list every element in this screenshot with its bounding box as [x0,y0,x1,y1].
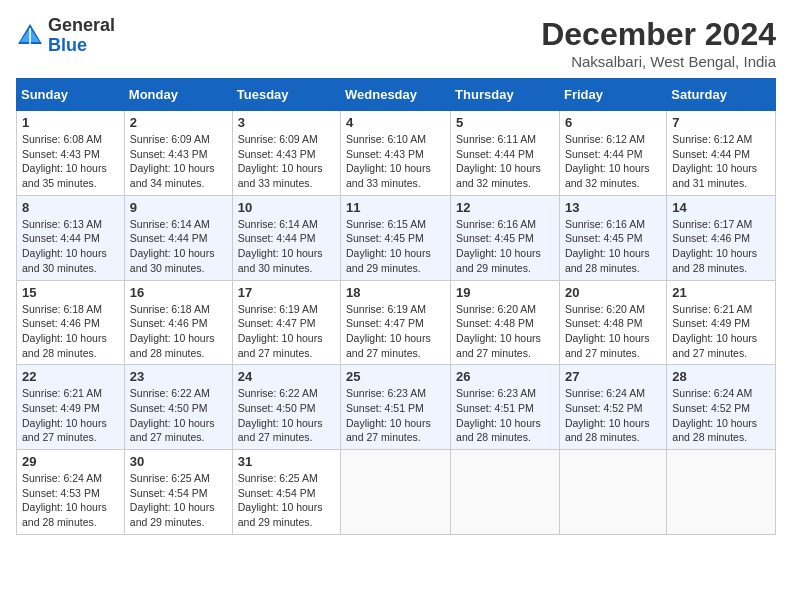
calendar-cell: 30 Sunrise: 6:25 AMSunset: 4:54 PMDaylig… [124,450,232,535]
day-info: Sunrise: 6:17 AMSunset: 4:46 PMDaylight:… [672,217,770,276]
day-number: 11 [346,200,445,215]
day-number: 16 [130,285,227,300]
day-number: 17 [238,285,335,300]
logo: General Blue [16,16,115,56]
calendar-cell: 6 Sunrise: 6:12 AMSunset: 4:44 PMDayligh… [559,111,666,196]
day-number: 5 [456,115,554,130]
day-number: 2 [130,115,227,130]
day-info: Sunrise: 6:21 AMSunset: 4:49 PMDaylight:… [672,302,770,361]
calendar-body: 1 Sunrise: 6:08 AMSunset: 4:43 PMDayligh… [17,111,776,535]
weekday-header: Saturday [667,79,776,111]
calendar-week-row: 1 Sunrise: 6:08 AMSunset: 4:43 PMDayligh… [17,111,776,196]
day-number: 20 [565,285,661,300]
day-info: Sunrise: 6:13 AMSunset: 4:44 PMDaylight:… [22,217,119,276]
day-number: 10 [238,200,335,215]
calendar-cell: 3 Sunrise: 6:09 AMSunset: 4:43 PMDayligh… [232,111,340,196]
calendar-cell: 20 Sunrise: 6:20 AMSunset: 4:48 PMDaylig… [559,280,666,365]
day-number: 14 [672,200,770,215]
weekday-header: Friday [559,79,666,111]
calendar-week-row: 8 Sunrise: 6:13 AMSunset: 4:44 PMDayligh… [17,195,776,280]
calendar-cell: 18 Sunrise: 6:19 AMSunset: 4:47 PMDaylig… [341,280,451,365]
day-info: Sunrise: 6:15 AMSunset: 4:45 PMDaylight:… [346,217,445,276]
weekday-header: Wednesday [341,79,451,111]
month-title: December 2024 [541,16,776,53]
calendar-cell: 7 Sunrise: 6:12 AMSunset: 4:44 PMDayligh… [667,111,776,196]
day-info: Sunrise: 6:24 AMSunset: 4:52 PMDaylight:… [565,386,661,445]
day-info: Sunrise: 6:20 AMSunset: 4:48 PMDaylight:… [456,302,554,361]
day-number: 15 [22,285,119,300]
day-info: Sunrise: 6:08 AMSunset: 4:43 PMDaylight:… [22,132,119,191]
day-number: 23 [130,369,227,384]
day-info: Sunrise: 6:14 AMSunset: 4:44 PMDaylight:… [130,217,227,276]
calendar-cell: 13 Sunrise: 6:16 AMSunset: 4:45 PMDaylig… [559,195,666,280]
page-header: General Blue December 2024 Naksalbari, W… [16,16,776,70]
calendar-cell [451,450,560,535]
day-info: Sunrise: 6:12 AMSunset: 4:44 PMDaylight:… [672,132,770,191]
calendar-cell: 9 Sunrise: 6:14 AMSunset: 4:44 PMDayligh… [124,195,232,280]
calendar-cell: 24 Sunrise: 6:22 AMSunset: 4:50 PMDaylig… [232,365,340,450]
location: Naksalbari, West Bengal, India [541,53,776,70]
day-info: Sunrise: 6:20 AMSunset: 4:48 PMDaylight:… [565,302,661,361]
calendar-cell: 29 Sunrise: 6:24 AMSunset: 4:53 PMDaylig… [17,450,125,535]
day-info: Sunrise: 6:09 AMSunset: 4:43 PMDaylight:… [238,132,335,191]
calendar-cell: 25 Sunrise: 6:23 AMSunset: 4:51 PMDaylig… [341,365,451,450]
calendar-cell: 23 Sunrise: 6:22 AMSunset: 4:50 PMDaylig… [124,365,232,450]
calendar-cell: 26 Sunrise: 6:23 AMSunset: 4:51 PMDaylig… [451,365,560,450]
day-info: Sunrise: 6:14 AMSunset: 4:44 PMDaylight:… [238,217,335,276]
calendar-cell: 11 Sunrise: 6:15 AMSunset: 4:45 PMDaylig… [341,195,451,280]
day-info: Sunrise: 6:11 AMSunset: 4:44 PMDaylight:… [456,132,554,191]
day-info: Sunrise: 6:24 AMSunset: 4:52 PMDaylight:… [672,386,770,445]
calendar-cell [667,450,776,535]
calendar-week-row: 29 Sunrise: 6:24 AMSunset: 4:53 PMDaylig… [17,450,776,535]
day-number: 24 [238,369,335,384]
calendar-cell: 5 Sunrise: 6:11 AMSunset: 4:44 PMDayligh… [451,111,560,196]
day-info: Sunrise: 6:09 AMSunset: 4:43 PMDaylight:… [130,132,227,191]
day-number: 28 [672,369,770,384]
title-block: December 2024 Naksalbari, West Bengal, I… [541,16,776,70]
day-info: Sunrise: 6:19 AMSunset: 4:47 PMDaylight:… [346,302,445,361]
day-info: Sunrise: 6:18 AMSunset: 4:46 PMDaylight:… [22,302,119,361]
day-number: 25 [346,369,445,384]
calendar-cell: 28 Sunrise: 6:24 AMSunset: 4:52 PMDaylig… [667,365,776,450]
weekday-header: Thursday [451,79,560,111]
calendar-cell: 10 Sunrise: 6:14 AMSunset: 4:44 PMDaylig… [232,195,340,280]
day-info: Sunrise: 6:22 AMSunset: 4:50 PMDaylight:… [238,386,335,445]
calendar-cell: 4 Sunrise: 6:10 AMSunset: 4:43 PMDayligh… [341,111,451,196]
day-info: Sunrise: 6:25 AMSunset: 4:54 PMDaylight:… [238,471,335,530]
logo-text: General Blue [48,16,115,56]
day-number: 22 [22,369,119,384]
day-number: 13 [565,200,661,215]
day-number: 27 [565,369,661,384]
weekday-header: Monday [124,79,232,111]
logo-icon [16,22,44,50]
logo-general: General [48,15,115,35]
calendar-week-row: 22 Sunrise: 6:21 AMSunset: 4:49 PMDaylig… [17,365,776,450]
day-number: 7 [672,115,770,130]
day-number: 3 [238,115,335,130]
calendar-week-row: 15 Sunrise: 6:18 AMSunset: 4:46 PMDaylig… [17,280,776,365]
day-number: 8 [22,200,119,215]
day-number: 1 [22,115,119,130]
day-number: 6 [565,115,661,130]
day-info: Sunrise: 6:23 AMSunset: 4:51 PMDaylight:… [456,386,554,445]
weekday-row: SundayMondayTuesdayWednesdayThursdayFrid… [17,79,776,111]
day-number: 9 [130,200,227,215]
day-number: 26 [456,369,554,384]
day-info: Sunrise: 6:18 AMSunset: 4:46 PMDaylight:… [130,302,227,361]
day-info: Sunrise: 6:10 AMSunset: 4:43 PMDaylight:… [346,132,445,191]
day-info: Sunrise: 6:22 AMSunset: 4:50 PMDaylight:… [130,386,227,445]
calendar-header: SundayMondayTuesdayWednesdayThursdayFrid… [17,79,776,111]
calendar-cell: 21 Sunrise: 6:21 AMSunset: 4:49 PMDaylig… [667,280,776,365]
calendar-cell: 14 Sunrise: 6:17 AMSunset: 4:46 PMDaylig… [667,195,776,280]
day-info: Sunrise: 6:24 AMSunset: 4:53 PMDaylight:… [22,471,119,530]
calendar-cell [341,450,451,535]
calendar-cell: 27 Sunrise: 6:24 AMSunset: 4:52 PMDaylig… [559,365,666,450]
day-info: Sunrise: 6:12 AMSunset: 4:44 PMDaylight:… [565,132,661,191]
calendar-cell: 22 Sunrise: 6:21 AMSunset: 4:49 PMDaylig… [17,365,125,450]
day-info: Sunrise: 6:21 AMSunset: 4:49 PMDaylight:… [22,386,119,445]
day-number: 12 [456,200,554,215]
calendar-cell: 31 Sunrise: 6:25 AMSunset: 4:54 PMDaylig… [232,450,340,535]
day-info: Sunrise: 6:19 AMSunset: 4:47 PMDaylight:… [238,302,335,361]
calendar-cell: 16 Sunrise: 6:18 AMSunset: 4:46 PMDaylig… [124,280,232,365]
calendar-cell: 15 Sunrise: 6:18 AMSunset: 4:46 PMDaylig… [17,280,125,365]
